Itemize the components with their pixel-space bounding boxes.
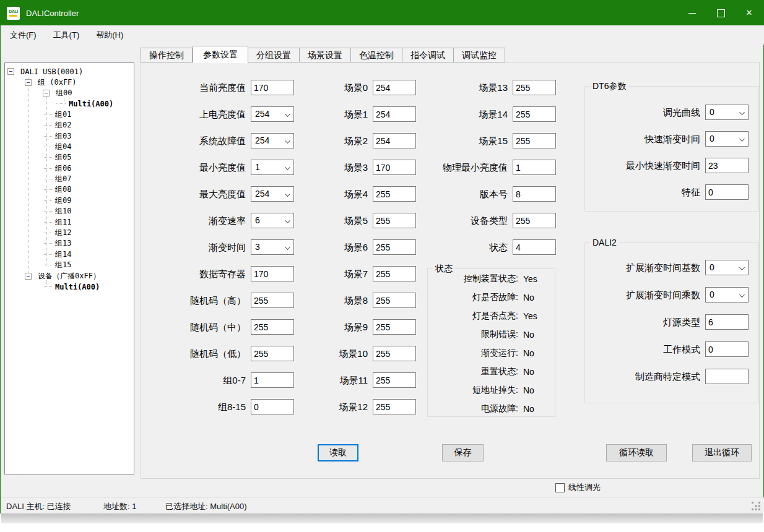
tree-node[interactable]: Multi(A00) xyxy=(5,98,134,109)
tree-node[interactable]: Multi(A00) xyxy=(5,281,134,292)
tree-node[interactable]: 组14 xyxy=(5,249,134,260)
dropdown-select[interactable]: 0 xyxy=(705,131,749,147)
text-input[interactable] xyxy=(705,184,749,200)
tab-1[interactable]: 参数设置 xyxy=(193,46,248,63)
text-input[interactable] xyxy=(373,399,416,414)
dropdown-select[interactable]: 0 xyxy=(705,105,749,120)
tree-node[interactable]: 组12 xyxy=(5,228,134,238)
tree-node[interactable]: 组01 xyxy=(5,109,134,120)
text-input[interactable] xyxy=(373,80,416,95)
tree-expander-icon[interactable] xyxy=(43,90,50,97)
text-input[interactable] xyxy=(513,186,556,202)
tab-strip: 操作控制参数设置分组设置场景设置色温控制指令调试调试监控 xyxy=(141,45,505,62)
menu-item-1[interactable]: 工具(T) xyxy=(45,27,88,44)
tree-node[interactable]: 组03 xyxy=(5,131,134,141)
dropdown-select[interactable]: 254 xyxy=(251,106,294,122)
tree-expander-icon[interactable] xyxy=(7,68,14,75)
text-input[interactable] xyxy=(705,314,749,330)
save-button[interactable]: 保存 xyxy=(442,444,484,461)
exit-loop-button[interactable]: 退出循环 xyxy=(692,444,752,461)
tree-expander-icon[interactable] xyxy=(25,273,32,280)
tree-node[interactable]: 组02 xyxy=(5,120,134,131)
tree-expander-icon[interactable] xyxy=(25,79,32,86)
text-input[interactable] xyxy=(373,186,416,202)
dropdown-select[interactable]: 0 xyxy=(705,260,749,275)
tree-node[interactable]: 设备（广播0xFF） xyxy=(5,270,134,281)
text-input[interactable] xyxy=(705,369,749,384)
text-input[interactable] xyxy=(373,319,416,335)
dropdown-select[interactable]: 0 xyxy=(705,287,749,302)
tab-6[interactable]: 调试监控 xyxy=(454,48,505,62)
text-input[interactable] xyxy=(373,160,416,175)
tree-node[interactable]: 组 (0xFF) xyxy=(5,77,134,87)
text-input[interactable] xyxy=(513,213,556,228)
text-input[interactable] xyxy=(705,158,749,173)
text-input[interactable] xyxy=(251,399,294,414)
text-input[interactable] xyxy=(251,266,294,281)
dropdown-select[interactable]: 254 xyxy=(251,133,294,148)
tree-node[interactable]: 组10 xyxy=(5,206,134,217)
dt6-group-box: DT6参数 调光曲线0快速渐变时间0最小快速渐变时间特征 xyxy=(584,86,759,212)
tab-0[interactable]: 操作控制 xyxy=(141,48,193,62)
tree-node[interactable]: 组15 xyxy=(5,260,134,270)
minimize-icon[interactable] xyxy=(678,1,706,25)
linear-dimming-row: 线性调光 xyxy=(555,482,601,493)
text-input[interactable] xyxy=(373,372,416,388)
menu-item-2[interactable]: 帮助(H) xyxy=(88,27,131,44)
tab-3[interactable]: 场景设置 xyxy=(300,48,351,62)
dropdown-value: 6 xyxy=(255,215,260,225)
text-input[interactable] xyxy=(513,106,556,122)
tree-node-label: 组06 xyxy=(55,163,71,174)
text-input[interactable] xyxy=(513,133,556,148)
linear-dimming-checkbox[interactable] xyxy=(555,483,565,492)
dropdown-select[interactable]: 6 xyxy=(251,213,294,228)
loop-read-button[interactable]: 循环读取 xyxy=(606,444,667,461)
field-label: 数据寄存器 xyxy=(168,266,246,281)
tree-node[interactable]: 组07 xyxy=(5,174,134,184)
tree-node[interactable]: 组00 xyxy=(5,88,134,98)
menu-item-0[interactable]: 文件(F) xyxy=(2,27,45,44)
tab-5[interactable]: 指令调试 xyxy=(402,48,454,62)
device-tree-panel: DALI USB(0001)组 (0xFF)组00Multi(A00)组01组0… xyxy=(4,62,134,474)
text-input[interactable] xyxy=(513,160,556,175)
text-input[interactable] xyxy=(373,346,416,361)
text-input[interactable] xyxy=(513,80,556,95)
chevron-down-icon xyxy=(285,112,290,116)
maximize-icon[interactable] xyxy=(706,1,735,25)
read-button[interactable]: 读取 xyxy=(318,444,358,461)
dropdown-select[interactable]: 1 xyxy=(251,160,294,175)
text-input[interactable] xyxy=(373,106,416,122)
text-input[interactable] xyxy=(373,266,416,281)
text-input[interactable] xyxy=(373,293,416,308)
text-input[interactable] xyxy=(373,239,416,255)
tree-node[interactable]: 组13 xyxy=(5,238,134,249)
dali2-group-box: DALI2 扩展渐变时间基数0扩展渐变时间乘数0灯源类型工作模式制造商特定模式 xyxy=(584,242,759,403)
tree-node[interactable]: 组09 xyxy=(5,195,134,206)
text-input[interactable] xyxy=(251,80,294,95)
close-icon[interactable] xyxy=(735,1,763,25)
field-label: 场景1 xyxy=(315,106,368,122)
tree-node[interactable]: 组06 xyxy=(5,163,134,174)
chevron-down-icon xyxy=(740,110,744,114)
tab-2[interactable]: 分组设置 xyxy=(248,48,300,62)
tree-node[interactable]: 组11 xyxy=(5,217,134,227)
field-row: 场景11 xyxy=(315,372,416,388)
tree-node-label: 组11 xyxy=(55,217,71,228)
text-input[interactable] xyxy=(373,213,416,228)
text-input[interactable] xyxy=(251,346,294,361)
tree-connector xyxy=(43,286,52,287)
text-input[interactable] xyxy=(251,319,294,335)
resize-grip[interactable] xyxy=(752,502,760,510)
text-input[interactable] xyxy=(251,372,294,388)
text-input[interactable] xyxy=(705,341,749,357)
text-input[interactable] xyxy=(513,239,556,255)
text-input[interactable] xyxy=(251,293,294,308)
text-input[interactable] xyxy=(373,133,416,148)
dropdown-select[interactable]: 254 xyxy=(251,186,294,202)
tree-node[interactable]: DALI USB(0001) xyxy=(5,66,134,77)
tree-node[interactable]: 组04 xyxy=(5,142,134,152)
tree-node[interactable]: 组05 xyxy=(5,152,134,163)
tree-node[interactable]: 组08 xyxy=(5,184,134,195)
tab-4[interactable]: 色温控制 xyxy=(351,48,402,62)
dropdown-select[interactable]: 3 xyxy=(251,239,294,255)
